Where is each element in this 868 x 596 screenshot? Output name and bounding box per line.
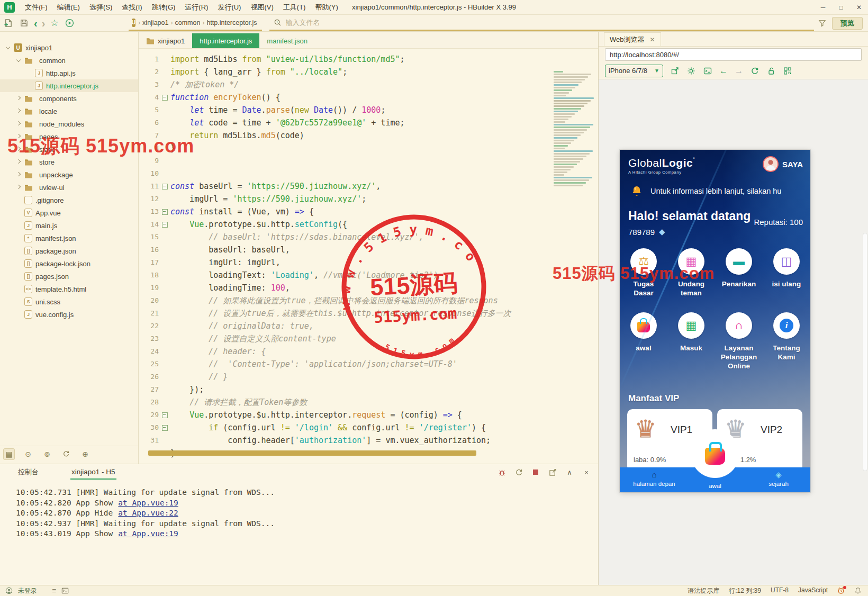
bookmark-star-icon[interactable]: ☆	[47, 17, 61, 29]
log-source-link[interactable]: at App.vue:22	[118, 509, 178, 517]
restart-icon[interactable]	[514, 468, 523, 476]
tree-chevron-icon[interactable]	[15, 171, 22, 178]
lock-icon[interactable]	[766, 66, 776, 76]
grid-item-tentang-kami[interactable]: iTentang Kami	[763, 312, 810, 371]
device-selector[interactable]: iPhone 6/7/8 ▼	[605, 65, 663, 77]
sidebar-item-unpackage[interactable]: unpackage	[0, 168, 138, 181]
menu-item[interactable]: 查找(I)	[117, 0, 147, 15]
search-view-icon[interactable]: ⊙	[22, 448, 34, 460]
breadcrumb-item[interactable]: http.interceptor.js	[205, 19, 258, 26]
tree-chevron-icon[interactable]	[15, 184, 22, 191]
tree-chevron-icon[interactable]	[15, 120, 22, 128]
log-source-link[interactable]: at App.vue:19	[118, 529, 178, 538]
search-input[interactable]	[286, 19, 768, 26]
new-file-button[interactable]	[0, 16, 16, 30]
grid-item-tugas-dasar[interactable]: ⚖Tugas Dasar	[620, 248, 667, 297]
sidebar-item-xinjiapo1[interactable]: Uxinjiapo1	[0, 41, 138, 54]
sidebar-item-locale[interactable]: locale	[0, 105, 138, 118]
sidebar-item-common[interactable]: common	[0, 54, 138, 67]
devtools-console-icon[interactable]	[703, 66, 712, 76]
browser-scrollbar[interactable]	[863, 233, 867, 471]
sidebar-item-static[interactable]: static	[0, 143, 138, 156]
sidebar-item-components[interactable]: components	[0, 92, 138, 105]
grid-item-awal[interactable]: awal	[620, 312, 667, 371]
qr-code-icon[interactable]	[783, 66, 792, 76]
editor-tab-http-interceptor-js[interactable]: http.interceptor.js	[192, 33, 259, 48]
code-area[interactable]: 1import md5Libs from "uview-ui/libs/func…	[139, 49, 598, 464]
debug-bug-icon[interactable]	[498, 468, 506, 476]
file-explorer-view-icon[interactable]: ▤	[3, 448, 15, 460]
menu-item[interactable]: 运行(R)	[180, 0, 213, 15]
grid-item-penarikan[interactable]: ▬Penarikan	[715, 248, 763, 297]
browser-back-icon[interactable]: ←	[719, 66, 728, 76]
open-external-browser-icon[interactable]	[670, 66, 680, 76]
sidebar-item-manifest-json[interactable]: *manifest.json	[0, 232, 138, 245]
maximize-button[interactable]: □	[832, 0, 850, 14]
breadcrumb[interactable]: U ›xinjiapo1›common›http.interceptor.js	[129, 16, 262, 31]
menu-item[interactable]: 视图(V)	[246, 0, 278, 15]
breadcrumb-item[interactable]: xinjiapo1	[141, 19, 170, 26]
tab-sejarah[interactable]: ◈sejarah	[749, 470, 808, 487]
tree-chevron-icon[interactable]	[15, 95, 22, 102]
tree-chevron-icon[interactable]	[15, 133, 22, 140]
grid-item-layanan-pelanggan-online[interactable]: ∩Layanan Pelanggan Online	[715, 312, 763, 371]
open-in-window-icon[interactable]	[548, 468, 557, 476]
gear-icon[interactable]	[686, 66, 696, 76]
sidebar-item-template-h5-html[interactable]: <>template.h5.html	[0, 283, 138, 295]
sidebar-item-app-vue[interactable]: VApp.vue	[0, 206, 138, 219]
sidebar-item--gitignore[interactable]: .gitignore	[0, 194, 138, 206]
sidebar-item-store[interactable]: store	[0, 156, 138, 168]
tree-chevron-icon[interactable]	[15, 107, 22, 115]
fold-marker[interactable]	[159, 421, 170, 434]
statusbar-item[interactable]: 语法提示库	[688, 586, 719, 595]
statusbar-item[interactable]: JavaScript	[798, 586, 828, 595]
sidebar-item-pages-json[interactable]: []pages.json	[0, 270, 138, 283]
horizontal-scrollbar[interactable]	[148, 450, 476, 456]
close-button[interactable]: ✕	[850, 0, 868, 14]
tabbar-center-button[interactable]	[691, 429, 739, 478]
navigate-forward-button[interactable]: ›	[40, 18, 48, 29]
terminal-icon[interactable]	[61, 587, 69, 594]
sidebar-item-package-lock-json[interactable]: []package-lock.json	[0, 257, 138, 270]
sidebar-item-http-api-js[interactable]: Jhttp.api.js	[0, 67, 138, 79]
sidebar-item-node-modules[interactable]: node_modules	[0, 118, 138, 130]
filter-funnel-icon[interactable]	[814, 19, 830, 27]
grid-item-undang-teman[interactable]: ▦Undang teman	[667, 248, 715, 297]
stop-icon[interactable]	[531, 468, 540, 476]
fold-marker[interactable]	[159, 91, 170, 104]
notice-bar[interactable]: Untuk informasi lebih lanjut, silakan hu	[620, 185, 810, 197]
fold-marker[interactable]	[159, 205, 170, 218]
menu-item[interactable]: 发行(U)	[213, 0, 246, 15]
sidebar-item-pages[interactable]: pages	[0, 130, 138, 143]
menu-item[interactable]: 帮助(Y)	[310, 0, 342, 15]
tree-chevron-icon[interactable]	[15, 146, 22, 153]
login-status[interactable]: 未登录	[18, 586, 37, 595]
editor-tab-xinjiapo1[interactable]: xinjiapo1	[139, 33, 192, 48]
debug-view-icon[interactable]: ⊚	[41, 448, 53, 460]
browser-tab[interactable]: Web浏览器 ✕	[604, 32, 661, 46]
sidebar-item-package-json[interactable]: []package.json	[0, 245, 138, 257]
file-search-box[interactable]	[269, 16, 814, 31]
browser-tab-close-icon[interactable]: ✕	[650, 36, 655, 43]
outline-list-icon[interactable]: ≡	[52, 586, 56, 595]
url-input[interactable]	[605, 48, 862, 61]
grid-item-isi-ulang[interactable]: ◫isi ulang	[763, 248, 810, 297]
fold-marker[interactable]	[159, 180, 170, 193]
editor-tab-manifest-json[interactable]: manifest.json	[259, 33, 315, 48]
save-button[interactable]	[16, 16, 32, 30]
tree-chevron-icon[interactable]	[15, 158, 22, 166]
navigate-back-button[interactable]: ‹	[32, 18, 40, 29]
sidebar-item-http-interceptor-js[interactable]: Jhttp.interceptor.js	[0, 79, 138, 92]
menu-item[interactable]: 文件(F)	[20, 0, 52, 15]
collapse-panel-icon[interactable]: ∧	[565, 468, 574, 476]
fold-marker[interactable]	[159, 409, 170, 421]
notification-bell-icon[interactable]	[854, 587, 862, 594]
menu-item[interactable]: 选择(S)	[85, 0, 117, 15]
clock-icon[interactable]	[837, 587, 845, 594]
menu-item[interactable]: 编辑(E)	[52, 0, 85, 15]
menu-item[interactable]: 跳转(G)	[147, 0, 180, 15]
tab-awal[interactable]: awal	[689, 482, 742, 489]
breadcrumb-item[interactable]: common	[173, 19, 202, 26]
tab-halaman-depan[interactable]: ⌂halaman depan	[625, 470, 683, 487]
profile-entry[interactable]: SAYA	[763, 156, 803, 172]
